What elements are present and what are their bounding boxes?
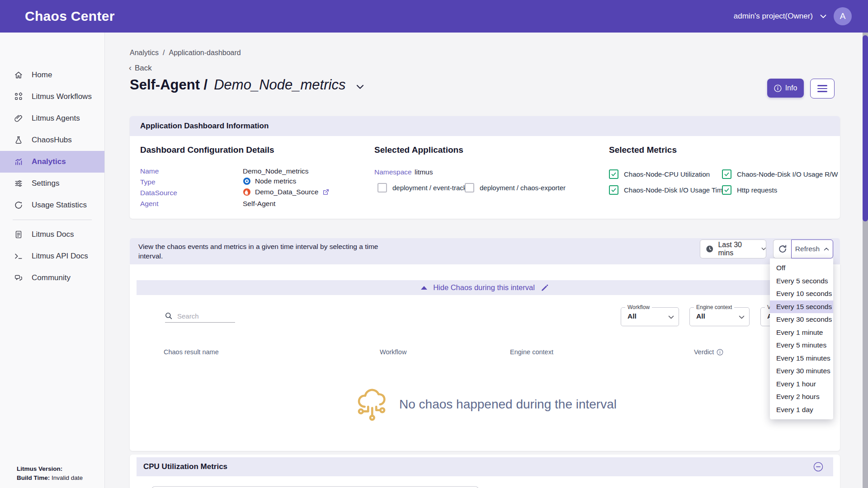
collapse-section-button[interactable] [813,462,823,472]
hide-chaos-label: Hide Chaos during this interval [433,283,535,292]
time-range-value: Last 30 mins [718,241,754,257]
empty-state: No chaos happened during the interval [130,375,840,434]
settings-icon [14,178,24,188]
sidebar-item-litmus-api-docs[interactable]: Litmus API Docs [0,245,104,267]
checkbox-unchecked-icon[interactable] [465,183,474,192]
cpu-metrics-title: CPU Utilization Metrics [143,462,227,471]
sidebar-item-home[interactable]: Home [0,64,104,86]
sidebar-item-chaoshubs[interactable]: ChaosHubs [0,129,104,151]
dashboard-info-card-header: Application Dashboard Information [130,116,840,136]
metric-checkbox-cpu[interactable]: Chaos-Node-CPU Utilization [609,169,710,179]
cpu-metrics-header: CPU Utilization Metrics [137,457,833,476]
metric-checkbox-http-requests[interactable]: Http requests [722,185,777,195]
refresh-now-button[interactable] [773,239,791,258]
refresh-dropdown-label: Refresh [795,245,820,253]
community-icon [14,273,24,283]
breadcrumb-analytics[interactable]: Analytics [130,49,159,57]
refresh-interval-dropdown[interactable]: Refresh [791,239,833,258]
chevron-down-icon [668,315,674,319]
workflow-filter-value: All [627,312,637,320]
column-header-workflow: Workflow [380,348,406,356]
metric-checkbox-disk-rw[interactable]: Chaos-Node-Disk I/O Usage R/W [722,169,838,179]
column-header-chaos-result-name: Chaos result name [164,348,219,356]
dashboard-menu-button[interactable] [810,79,835,99]
menu-item-every-30-minutes[interactable]: Every 30 minutes [770,365,833,378]
checkbox-unchecked-icon[interactable] [377,183,387,192]
scrollbar-thumb[interactable] [863,35,868,221]
sidebar-item-litmus-docs[interactable]: Litmus Docs [0,224,104,245]
scrollbar-track[interactable] [863,33,868,488]
checkbox-checked-icon[interactable] [722,169,731,179]
application-checkbox-event-tracker[interactable]: deployment / event-tracker [377,183,473,192]
menu-item-every-2-hours[interactable]: Every 2 hours [770,390,833,404]
workflow-filter-select[interactable]: Workflow All [621,307,679,326]
chevron-up-icon [824,247,829,251]
menu-item-every-5-seconds[interactable]: Every 5 seconds [770,275,833,288]
config-name-label: Name [140,167,159,175]
build-time-label: Build Time: [17,474,50,481]
refresh-interval-menu: Off Every 5 seconds Every 10 seconds Eve… [770,258,833,419]
sidebar-item-analytics[interactable]: Analytics [0,151,104,173]
engine-context-filter-value: All [696,312,705,320]
external-link-icon[interactable] [322,188,330,196]
title-chevron-down-icon[interactable] [356,84,364,89]
menu-item-every-1-day[interactable]: Every 1 day [770,404,833,417]
hamburger-icon [817,85,827,86]
edit-pencil-icon[interactable] [541,284,549,292]
namespace-label: Namespace [374,168,412,176]
chaos-table-card: Hide Chaos during this interval Workflow… [130,264,840,451]
sidebar-item-community[interactable]: Community [0,267,104,289]
menu-item-every-15-seconds[interactable]: Every 15 seconds [770,300,833,314]
config-datasource-label: DataSource [140,189,177,197]
workflow-filter-label: Workflow [625,304,652,310]
sidebar-item-settings[interactable]: Settings [0,173,104,194]
engine-context-filter-select[interactable]: Engine context All [689,307,750,326]
menu-item-every-15-minutes[interactable]: Every 15 minutes [770,352,833,365]
hide-chaos-toggle[interactable]: Hide Chaos during this interval [137,280,833,295]
menu-item-every-5-minutes[interactable]: Every 5 minutes [770,339,833,352]
page-title: Self-Agent / Demo_Node_metrics [130,77,364,93]
interval-description: View the chaos events and metrics in a g… [138,242,401,261]
menu-item-off[interactable]: Off [770,262,833,275]
sidebar-item-usage-statistics[interactable]: Usage Statistics [0,194,104,216]
metric-checkbox-disk-times[interactable]: Chaos-Node-Disk I/O Usage Times [609,185,730,195]
config-details-title: Dashboard Configuration Details [140,145,274,155]
sidebar-item-label: Usage Statistics [32,201,87,210]
dashboard-info-card-title: Application Dashboard Information [140,122,269,131]
engine-context-filter-label: Engine context [694,304,734,310]
info-button[interactable]: Info [767,79,804,98]
menu-item-every-1-minute[interactable]: Every 1 minute [770,326,833,339]
config-type-label: Type [140,178,156,186]
litmus-version-label: Litmus Version: [17,465,62,472]
node-metrics-icon [243,177,251,185]
docs-icon [14,230,24,239]
sidebar-item-litmus-workflows[interactable]: Litmus Workflows [0,86,104,108]
chevron-down-icon[interactable] [820,14,826,19]
time-range-select[interactable]: Last 30 mins [700,239,766,258]
menu-item-every-30-seconds[interactable]: Every 30 seconds [770,313,833,326]
config-agent-value: Self-Agent [243,200,275,208]
cpu-chart-panel [151,486,479,488]
checkbox-checked-icon[interactable] [609,169,618,179]
agent-name: Self-Agent / [130,77,208,93]
menu-item-every-10-seconds[interactable]: Every 10 seconds [770,287,833,300]
agents-icon [14,113,24,123]
menu-item-every-1-hour[interactable]: Every 1 hour [770,378,833,391]
avatar-initial: A [840,11,846,21]
checkbox-checked-icon[interactable] [609,185,618,195]
top-header: Chaos Center admin's project(Owner) A [0,0,868,33]
project-selector[interactable]: admin's project(Owner) [734,12,813,21]
prometheus-icon [243,188,251,196]
checkbox-checked-icon[interactable] [722,185,731,195]
sidebar-item-litmus-agents[interactable]: Litmus Agents [0,108,104,129]
avatar[interactable]: A [834,7,852,25]
chevron-left-icon: ‹ [129,63,132,73]
verdict-info-icon[interactable] [717,349,723,356]
search-input[interactable] [176,312,231,320]
application-checkbox-chaos-exporter[interactable]: deployment / chaos-exporter [465,183,566,192]
back-button[interactable]: ‹ Back [129,63,152,73]
namespace-value: litmus [415,168,433,176]
dashboard-info-card: Application Dashboard Information Dashbo… [130,116,840,219]
workflows-icon [14,92,24,102]
sidebar-item-label: ChaosHubs [32,136,72,145]
